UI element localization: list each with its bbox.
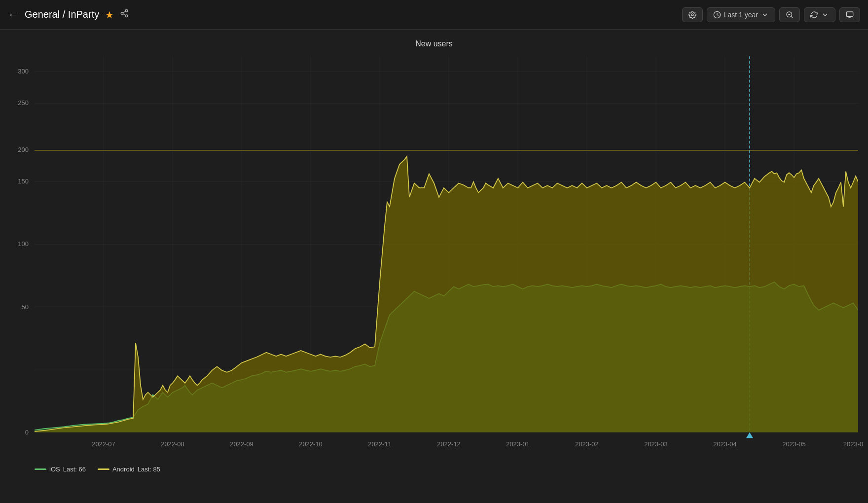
svg-text:2023-05: 2023-05 [782, 441, 806, 448]
svg-rect-10 [846, 12, 853, 16]
svg-text:2023-03: 2023-03 [644, 441, 668, 448]
legend-android: Android Last: 85 [98, 466, 160, 473]
svg-text:2022-10: 2022-10 [299, 441, 323, 448]
svg-marker-54 [746, 432, 753, 438]
back-button[interactable]: ← [8, 8, 19, 21]
svg-text:2023-02: 2023-02 [575, 441, 599, 448]
monitor-button[interactable] [839, 7, 860, 22]
svg-text:2022-11: 2022-11 [368, 441, 392, 448]
svg-line-3 [123, 14, 126, 15]
android-last-label: Last: 85 [138, 466, 160, 473]
svg-text:300: 300 [18, 69, 29, 75]
ios-label: iOS [49, 466, 60, 473]
svg-text:250: 250 [18, 100, 29, 107]
svg-text:0: 0 [25, 429, 29, 436]
share-icon[interactable] [120, 9, 129, 20]
breadcrumb: General / InParty [25, 9, 99, 20]
legend-ios: iOS Last: 66 [35, 466, 86, 473]
android-label: Android [112, 466, 135, 473]
svg-point-2 [125, 15, 128, 17]
svg-text:2022-08: 2022-08 [161, 441, 184, 448]
time-range-button[interactable]: Last 1 year [707, 7, 775, 22]
ios-last-label: Last: 66 [63, 466, 86, 473]
header: ← General / InParty ★ Last 1 year [0, 0, 868, 30]
refresh-button[interactable] [804, 7, 835, 22]
svg-text:2022-07: 2022-07 [92, 441, 115, 448]
svg-line-8 [791, 16, 793, 18]
zoom-out-button[interactable] [779, 7, 800, 22]
chart-area: 300 250 200 150 100 50 0 2022-07 2022- [5, 56, 863, 461]
svg-text:50: 50 [22, 304, 29, 311]
chart-container: New users 300 250 200 150 100 50 [0, 30, 868, 503]
svg-line-4 [123, 11, 126, 13]
svg-point-5 [691, 14, 693, 16]
svg-text:2022-09: 2022-09 [230, 441, 253, 448]
svg-text:2022-12: 2022-12 [437, 441, 461, 448]
svg-text:2023-01: 2023-01 [506, 441, 530, 448]
svg-text:2023-04: 2023-04 [713, 441, 737, 448]
svg-point-1 [121, 12, 123, 15]
svg-text:200: 200 [18, 147, 29, 154]
ios-legend-line [35, 468, 46, 470]
android-legend-line [98, 468, 109, 470]
svg-point-0 [125, 10, 128, 12]
chart-svg: 300 250 200 150 100 50 0 2022-07 2022- [5, 56, 863, 461]
header-left: ← General / InParty ★ [8, 8, 129, 21]
settings-button[interactable] [682, 7, 703, 22]
chart-title: New users [5, 39, 863, 48]
chart-legend: iOS Last: 66 Android Last: 85 [5, 461, 863, 478]
svg-text:150: 150 [18, 179, 29, 185]
time-range-label: Last 1 year [724, 11, 758, 19]
svg-text:2023-0: 2023-0 [843, 441, 863, 448]
header-right: Last 1 year [682, 7, 860, 22]
star-icon[interactable]: ★ [105, 9, 114, 21]
svg-text:100: 100 [18, 241, 29, 248]
